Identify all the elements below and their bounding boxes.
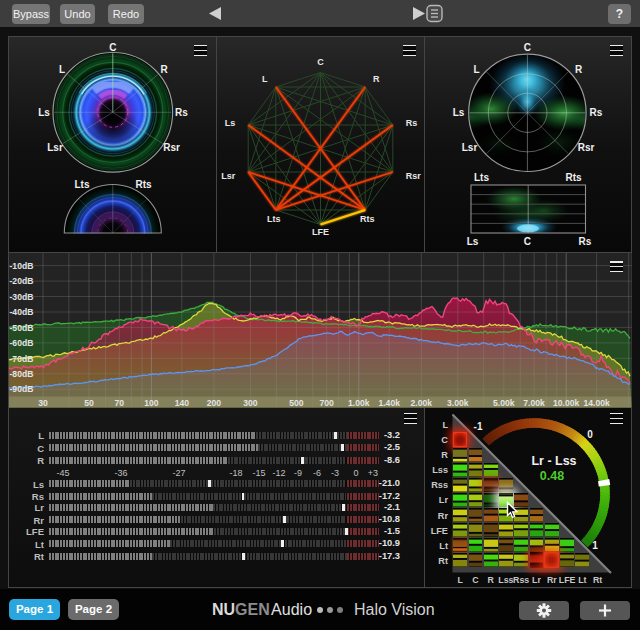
- svg-text:Lts: Lts: [75, 179, 90, 190]
- svg-text:-20dB: -20dB: [10, 276, 34, 286]
- svg-text:-90dB: -90dB: [10, 384, 34, 394]
- svg-text:1: 1: [592, 540, 598, 551]
- svg-text:Ls: Ls: [453, 107, 465, 118]
- svg-text:R: R: [160, 64, 168, 75]
- svg-text:L: L: [262, 74, 268, 84]
- svg-text:Lsr: Lsr: [462, 142, 478, 153]
- svg-text:Lr - Lss: Lr - Lss: [531, 454, 576, 468]
- svg-text:Rs: Rs: [406, 118, 418, 128]
- svg-text:-50dB: -50dB: [10, 323, 34, 333]
- svg-text:-30dB: -30dB: [10, 292, 34, 302]
- svg-text:L: L: [473, 64, 479, 75]
- svg-text:C: C: [109, 42, 116, 53]
- svg-text:Lts: Lts: [474, 172, 489, 183]
- svg-text:140: 140: [175, 398, 190, 408]
- svg-text:3.00k: 3.00k: [447, 398, 469, 408]
- svg-text:-1: -1: [474, 421, 483, 432]
- svg-text:Lts: Lts: [267, 214, 281, 224]
- svg-text:Rs: Rs: [579, 236, 592, 247]
- svg-text:-40dB: -40dB: [10, 307, 34, 317]
- svg-text:Rts: Rts: [135, 179, 152, 190]
- svg-text:-80dB: -80dB: [10, 369, 34, 379]
- svg-text:200: 200: [207, 398, 222, 408]
- svg-text:5.00k: 5.00k: [493, 398, 515, 408]
- svg-text:10.00k: 10.00k: [553, 398, 580, 408]
- svg-text:Ls: Ls: [467, 236, 479, 247]
- svg-text:Rs: Rs: [175, 107, 188, 118]
- svg-text:-10dB: -10dB: [10, 261, 34, 271]
- svg-text:Rsr: Rsr: [578, 142, 595, 153]
- svg-text:Rts: Rts: [360, 214, 375, 224]
- svg-text:0: 0: [587, 429, 593, 440]
- svg-text:R: R: [575, 64, 583, 75]
- svg-text:-60dB: -60dB: [10, 338, 34, 348]
- svg-text:1.40k: 1.40k: [378, 398, 400, 408]
- svg-text:30: 30: [38, 398, 48, 408]
- svg-text:14.00k: 14.00k: [583, 398, 610, 408]
- svg-text:300: 300: [243, 398, 258, 408]
- svg-text:7.00k: 7.00k: [523, 398, 545, 408]
- svg-text:0.48: 0.48: [540, 469, 564, 483]
- svg-text:C: C: [524, 42, 531, 53]
- svg-text:Lsr: Lsr: [47, 142, 63, 153]
- svg-text:Lsr: Lsr: [221, 171, 236, 181]
- svg-text:L: L: [59, 64, 65, 75]
- svg-text:100: 100: [144, 398, 159, 408]
- svg-text:Ls: Ls: [225, 118, 236, 128]
- svg-text:2.00k: 2.00k: [411, 398, 433, 408]
- svg-text:70: 70: [115, 398, 125, 408]
- svg-text:Rs: Rs: [590, 107, 603, 118]
- svg-text:LFE: LFE: [312, 227, 329, 237]
- svg-text:500: 500: [289, 398, 304, 408]
- svg-text:Rts: Rts: [565, 172, 582, 183]
- svg-text:-70dB: -70dB: [10, 354, 34, 364]
- svg-text:700: 700: [320, 398, 335, 408]
- svg-text:Rsr: Rsr: [406, 171, 422, 181]
- svg-text:Rsr: Rsr: [163, 142, 180, 153]
- svg-text:R: R: [373, 74, 380, 84]
- svg-text:Ls: Ls: [38, 107, 50, 118]
- svg-text:C: C: [317, 57, 324, 67]
- svg-text:50: 50: [84, 398, 94, 408]
- svg-text:C: C: [524, 236, 531, 247]
- svg-text:1.00k: 1.00k: [348, 398, 370, 408]
